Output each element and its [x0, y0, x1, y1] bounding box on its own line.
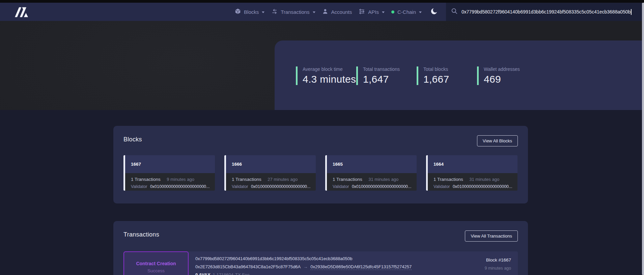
search-icon [451, 8, 458, 16]
stat-average-block-time: Average block time 4.3 minutes [296, 66, 356, 85]
validator-address[interactable]: 0x0100000000000000000000... [251, 184, 311, 189]
stat-label: Total blocks [423, 66, 477, 72]
validator-label: Validator [131, 184, 147, 189]
stat-value: 469 [484, 74, 537, 85]
text-cursor [631, 9, 632, 15]
transaction-row[interactable]: Contract Creation Success 0x7799bd580272… [123, 251, 518, 275]
view-all-transactions-button[interactable]: View All Transactions [465, 230, 518, 242]
block-age: 9 minutes ago [167, 177, 194, 182]
block-card[interactable]: 1664 1 Transactions 31 minutes ago Valid… [426, 155, 517, 191]
transaction-hash[interactable]: 0x7799bd580272f9604140b6991d3bb6c19924bf… [195, 256, 353, 261]
block-age: 27 minutes ago [268, 177, 298, 182]
sliders-icon [359, 8, 365, 16]
stat-value: 1,647 [363, 74, 417, 85]
arrow-right-icon: → [303, 264, 308, 269]
transaction-status: Success [147, 268, 165, 273]
transactions-panel-header: Transactions View All Transactions [123, 230, 518, 242]
to-address[interactable]: 0x2938eD5D869e50DA6f125dfc45F13157f52742… [310, 264, 412, 270]
validator-label: Validator [333, 184, 349, 189]
stat-total-blocks: Total blocks 1,667 [417, 66, 477, 85]
chevron-down-icon [419, 11, 422, 13]
nav-item-label: APIs [368, 9, 379, 15]
nav-item-transactions[interactable]: Transactions [271, 8, 315, 16]
navbar: Blocks Transactions Accounts [0, 3, 644, 21]
hero-section: Average block time 4.3 minutes Total tra… [0, 21, 644, 110]
stat-value: 4.3 minutes [303, 74, 356, 85]
blocks-panel-header: Blocks View All Blocks [123, 135, 518, 146]
nav-item-accounts[interactable]: Accounts [322, 8, 352, 16]
stat-label: Total transactions [363, 66, 417, 72]
transaction-status-box: Contract Creation Success [123, 251, 189, 275]
stat-wallet-addresses: Wallet addresses 469 [477, 66, 537, 85]
block-tx-count: 1 Transactions [433, 177, 463, 182]
validator-address[interactable]: 0x0100000000000000000000... [352, 184, 412, 189]
nav-item-label: Transactions [281, 9, 309, 15]
nav-item-label: Blocks [244, 9, 259, 15]
search-input-value: 0x7799bd580272f9604140b6991d3bb6c19924bf… [461, 9, 631, 15]
transaction-type: Contract Creation [136, 261, 176, 266]
block-tx-count: 1 Transactions [131, 177, 161, 182]
chevron-down-icon [382, 11, 385, 13]
transactions-panel: Transactions View All Transactions Contr… [113, 221, 528, 275]
nav-menu: Blocks Transactions Accounts [235, 7, 440, 16]
person-icon [322, 8, 328, 16]
page-scrollbar[interactable] [642, 3, 644, 275]
block-cards-row: 1667 1 Transactions 9 minutes ago Valida… [123, 155, 518, 191]
stat-value: 1,667 [423, 74, 477, 85]
stats-row: Average block time 4.3 minutes Total tra… [296, 66, 644, 85]
nav-item-label: Accounts [331, 9, 352, 15]
validator-label: Validator [232, 184, 248, 189]
block-number[interactable]: 1664 [433, 162, 444, 167]
avalanche-logo[interactable] [14, 6, 30, 18]
blocks-title: Blocks [123, 135, 142, 143]
transfer-icon [271, 8, 278, 16]
block-card[interactable]: 1667 1 Transactions 9 minutes ago Valida… [123, 155, 215, 191]
stat-label: Wallet addresses [484, 66, 537, 72]
block-age: 31 minutes ago [368, 177, 398, 182]
transaction-age: 9 minutes ago [444, 266, 511, 271]
validator-address[interactable]: 0x0100000000000000000000... [150, 184, 210, 189]
network-stats-panel: Average block time 4.3 minutes Total tra… [275, 40, 644, 110]
from-address[interactable]: 0x2E7263d815CbB43a9647843C8a1e2F5c87F75d… [195, 264, 301, 269]
block-card[interactable]: 1665 1 Transactions 31 minutes ago Valid… [325, 155, 417, 191]
transaction-fee[interactable]: 1.1718604 [213, 272, 233, 275]
stat-total-transactions: Total transactions 1,647 [356, 66, 417, 85]
block-age: 31 minutes ago [469, 177, 499, 182]
validator-label: Validator [433, 184, 450, 189]
nav-item-chain-selector[interactable]: C-Chain [391, 9, 422, 15]
window-top-edge [0, 0, 644, 3]
nav-item-apis[interactable]: APIs [359, 8, 385, 16]
chevron-down-icon [262, 11, 264, 13]
transaction-details: 0x7799bd580272f9604140b6991d3bb6c19924bf… [189, 251, 444, 275]
transaction-block-link[interactable]: Block #1667 [444, 257, 511, 263]
transaction-meta: Block #1667 9 minutes ago [444, 251, 518, 275]
block-tx-count: 1 Transactions [333, 177, 362, 182]
block-card[interactable]: 1666 1 Transactions 27 minutes ago Valid… [224, 155, 316, 191]
chevron-down-icon [313, 11, 315, 13]
transaction-amount: 0 AVAX [195, 272, 211, 275]
block-number[interactable]: 1667 [131, 162, 141, 167]
nav-item-blocks[interactable]: Blocks [235, 8, 264, 16]
transaction-fee-label: TX Fee [235, 272, 250, 275]
view-all-blocks-button[interactable]: View All Blocks [477, 135, 518, 146]
dark-mode-toggle[interactable] [430, 7, 438, 16]
chain-status-dot [391, 10, 394, 13]
moon-icon [430, 7, 438, 16]
block-number[interactable]: 1665 [333, 162, 343, 167]
nav-item-label: C-Chain [397, 9, 416, 15]
stat-label: Average block time [303, 66, 356, 72]
blocks-panel: Blocks View All Blocks 1667 1 Transactio… [113, 126, 528, 203]
transactions-title: Transactions [123, 230, 159, 238]
cube-icon [235, 8, 241, 16]
validator-address[interactable]: 0x0100000000000000000000... [453, 184, 512, 189]
block-tx-count: 1 Transactions [232, 177, 261, 182]
block-number[interactable]: 1666 [232, 162, 242, 167]
search-input[interactable]: 0x7799bd580272f9604140b6991d3bb6c19924bf… [446, 3, 644, 21]
